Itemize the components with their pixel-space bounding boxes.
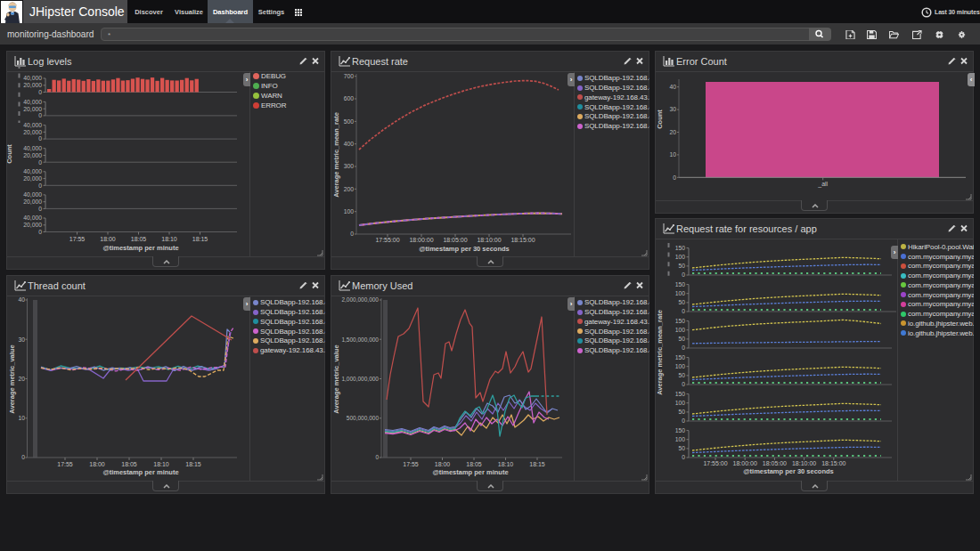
svg-text:100: 100	[675, 436, 686, 442]
svg-text:20,000: 20,000	[23, 199, 42, 205]
svg-text:500: 500	[344, 118, 355, 125]
svg-text:Count: Count	[656, 109, 664, 129]
svg-text:150: 150	[675, 318, 686, 324]
svg-text:18:05: 18:05	[466, 461, 482, 467]
svg-text:40,000: 40,000	[23, 145, 42, 151]
svg-text:_all: _all	[817, 181, 828, 188]
svg-text:Average metric_value: Average metric_value	[332, 344, 340, 413]
svg-text:2,000,000,000: 2,000,000,000	[341, 296, 379, 303]
svg-text:20,000: 20,000	[23, 222, 42, 228]
svg-text:18:10: 18:10	[153, 461, 169, 467]
svg-text:0: 0	[682, 381, 685, 387]
svg-text:50: 50	[678, 336, 685, 342]
svg-text:50: 50	[678, 299, 685, 305]
svg-text:0: 0	[38, 89, 42, 95]
svg-text:100: 100	[675, 290, 686, 296]
svg-text:20: 20	[18, 376, 25, 382]
svg-text:20,000: 20,000	[23, 175, 42, 182]
svg-text:100: 100	[675, 363, 686, 369]
svg-text:18:15: 18:15	[529, 461, 545, 467]
svg-text:100: 100	[675, 400, 686, 406]
svg-text:100: 100	[344, 208, 355, 215]
svg-text:18:00: 18:00	[435, 461, 451, 467]
svg-text:10: 10	[18, 415, 25, 421]
svg-text:50: 50	[678, 372, 685, 378]
svg-text:300: 300	[344, 163, 355, 169]
svg-text:17:55:00: 17:55:00	[375, 237, 399, 243]
svg-text:150: 150	[675, 427, 686, 434]
svg-text:0: 0	[38, 229, 42, 235]
svg-text:40,000: 40,000	[23, 75, 42, 81]
svg-text:150: 150	[675, 354, 686, 361]
svg-text:0: 0	[38, 206, 42, 212]
svg-text:0: 0	[682, 344, 685, 351]
svg-text:20,000: 20,000	[23, 129, 42, 135]
svg-text:@timestamp per minute: @timestamp per minute	[102, 468, 178, 476]
svg-text:10: 10	[669, 151, 676, 158]
svg-text:18:00: 18:00	[89, 461, 105, 467]
svg-text:18:00: 18:00	[100, 236, 116, 242]
svg-text:30: 30	[669, 106, 676, 112]
svg-text:0: 0	[673, 174, 676, 181]
svg-text:18:05:00: 18:05:00	[763, 460, 787, 466]
svg-text:40: 40	[669, 84, 676, 90]
svg-text:40,000: 40,000	[23, 122, 42, 128]
svg-text:18:05: 18:05	[131, 236, 147, 242]
svg-text:0: 0	[38, 182, 42, 189]
svg-text:0: 0	[38, 112, 42, 118]
svg-text:17:55:00: 17:55:00	[703, 460, 727, 466]
svg-text:Average metric_mean_rate: Average metric_mean_rate	[332, 112, 340, 198]
svg-text:1,500,000,000: 1,500,000,000	[341, 336, 379, 343]
svg-text:40,000: 40,000	[23, 168, 42, 174]
svg-text:18:05:00: 18:05:00	[443, 237, 467, 243]
svg-text:20,000: 20,000	[23, 106, 42, 112]
svg-text:50: 50	[678, 445, 685, 451]
svg-text:0: 0	[375, 454, 379, 460]
svg-text:400: 400	[344, 141, 355, 147]
svg-text:40,000: 40,000	[23, 215, 42, 221]
svg-text:18:00:00: 18:00:00	[409, 237, 433, 243]
svg-text:200: 200	[344, 186, 355, 192]
svg-text:18:15:00: 18:15:00	[510, 237, 535, 243]
svg-text:40: 40	[18, 296, 25, 303]
svg-text:0: 0	[21, 454, 25, 460]
svg-text:0: 0	[38, 135, 42, 142]
svg-text:18:00:00: 18:00:00	[733, 460, 757, 466]
svg-text:0: 0	[682, 308, 685, 314]
svg-text:700: 700	[344, 73, 355, 79]
svg-text:@timestamp per 30 seconds: @timestamp per 30 seconds	[419, 245, 510, 253]
svg-text:17:55: 17:55	[403, 461, 419, 467]
svg-text:@timestamp per minute: @timestamp per minute	[102, 244, 178, 252]
svg-text:150: 150	[675, 281, 686, 288]
svg-text:500,000,000: 500,000,000	[347, 415, 380, 421]
svg-text:1,000,000,000: 1,000,000,000	[341, 376, 379, 382]
svg-text:@timestamp per minute: @timestamp per minute	[432, 468, 508, 476]
svg-text:18:10: 18:10	[161, 236, 177, 242]
svg-text:0: 0	[682, 271, 685, 278]
svg-text:0: 0	[682, 454, 685, 460]
svg-text:100: 100	[675, 254, 686, 260]
svg-text:0: 0	[38, 159, 42, 166]
svg-text:40,000: 40,000	[23, 99, 42, 105]
svg-text:100: 100	[675, 327, 686, 333]
svg-text:40,000: 40,000	[23, 191, 42, 198]
svg-text:Average metric_value: Average metric_value	[8, 344, 16, 413]
svg-text:0: 0	[350, 231, 354, 237]
svg-text:50: 50	[678, 409, 685, 415]
svg-text:18:15:00: 18:15:00	[821, 460, 845, 466]
svg-text:30: 30	[18, 336, 25, 343]
svg-text:0: 0	[682, 417, 685, 424]
svg-text:18:15: 18:15	[192, 236, 208, 242]
svg-text:150: 150	[675, 391, 686, 397]
svg-text:17:55: 17:55	[69, 236, 86, 242]
svg-text:20: 20	[669, 129, 676, 135]
svg-text:@timestamp per 30 seconds: @timestamp per 30 seconds	[743, 467, 834, 475]
svg-text:Count: Count	[7, 144, 13, 164]
svg-text:20,000: 20,000	[23, 82, 42, 88]
svg-text:18:10: 18:10	[498, 461, 514, 467]
svg-text:Average metric_mean_rate: Average metric_mean_rate	[656, 310, 664, 395]
svg-text:18:10:00: 18:10:00	[477, 237, 501, 243]
svg-text:18:15: 18:15	[185, 461, 201, 467]
svg-text:600: 600	[344, 95, 355, 101]
svg-text:150: 150	[675, 245, 686, 251]
